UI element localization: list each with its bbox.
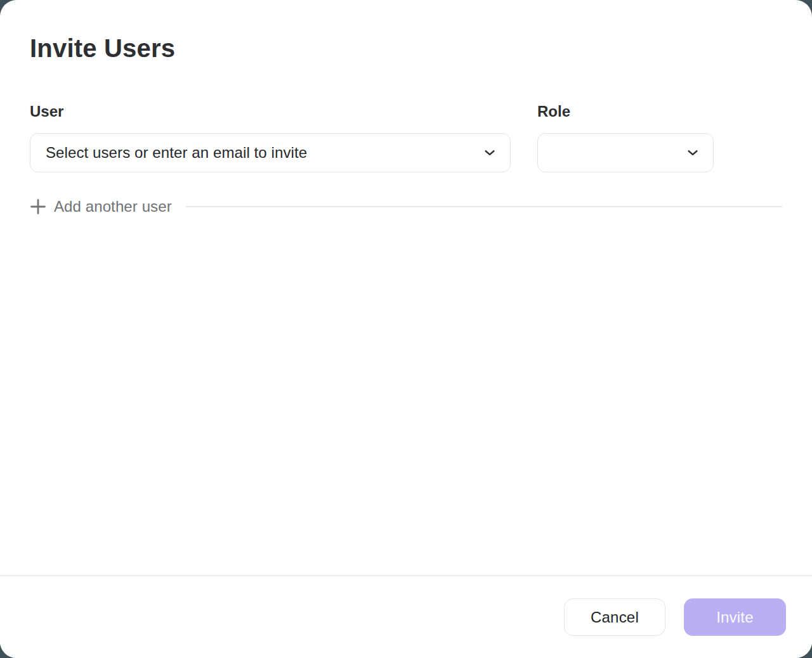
cancel-button[interactable]: Cancel	[564, 598, 665, 636]
user-field: User Select users or enter an email to i…	[30, 103, 511, 172]
add-user-row: Add another user	[30, 198, 782, 216]
user-field-label: User	[30, 103, 511, 120]
user-select[interactable]: Select users or enter an email to invite	[30, 133, 511, 172]
chevron-down-icon	[483, 146, 497, 160]
invite-users-dialog: Invite Users User Select users or enter …	[0, 0, 812, 658]
horizontal-divider	[186, 206, 782, 207]
dialog-body: Invite Users User Select users or enter …	[0, 0, 812, 216]
user-select-placeholder: Select users or enter an email to invite	[46, 144, 307, 162]
add-another-user-button[interactable]: Add another user	[30, 198, 172, 216]
role-field: Role	[537, 103, 714, 172]
page-backdrop: Invite Users User Select users or enter …	[0, 0, 812, 658]
invite-button[interactable]: Invite	[684, 598, 786, 636]
chevron-down-icon	[686, 146, 700, 160]
add-another-user-label: Add another user	[54, 198, 172, 216]
invite-form-row: User Select users or enter an email to i…	[30, 103, 782, 172]
plus-icon	[30, 198, 46, 215]
dialog-footer: Cancel Invite	[0, 575, 812, 658]
role-field-label: Role	[537, 103, 714, 120]
role-select[interactable]	[537, 133, 714, 172]
dialog-title: Invite Users	[30, 33, 782, 63]
